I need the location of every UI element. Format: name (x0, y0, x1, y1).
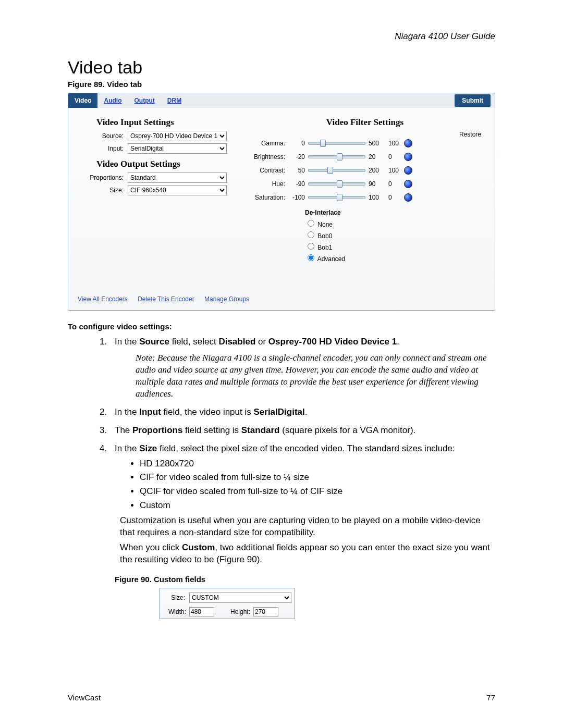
filter-value: 0 (384, 180, 401, 188)
submit-button[interactable]: Submit (455, 94, 491, 107)
restore-button[interactable] (404, 139, 412, 147)
restore-button[interactable] (404, 193, 412, 202)
filter-label: Contrast: (248, 167, 289, 174)
filter-label: Brightness: (248, 153, 289, 161)
list-item: QCIF for video scaled from full-size to … (140, 486, 495, 498)
input-select[interactable]: SerialDigital (128, 143, 227, 154)
filter-slider[interactable] (308, 196, 365, 199)
custom-height-label: Height: (227, 608, 253, 616)
custom-size-select[interactable]: CUSTOM (189, 593, 291, 603)
custom-height-input[interactable] (253, 607, 278, 616)
proportions-label: Proportions: (81, 174, 128, 181)
filter-label: Gamma: (248, 140, 289, 147)
panel-footer: View All Encoders Delete This Encoder Ma… (68, 290, 495, 310)
video-output-head: Video Output Settings (81, 159, 227, 169)
figure-89-caption: Figure 89. Video tab (68, 80, 495, 89)
filter-value: 100 (384, 167, 401, 174)
custom-size-label: Size: (163, 594, 189, 602)
filter-max: 20 (365, 153, 384, 161)
filter-slider[interactable] (308, 142, 365, 145)
filter-label: Hue: (248, 180, 289, 188)
filter-row: Saturation:-1001000 (248, 193, 482, 202)
filter-max: 90 (365, 180, 384, 188)
restore-button[interactable] (404, 166, 412, 175)
custom-para-1: Customization is useful when you are cap… (120, 515, 495, 539)
deinterlace-head: De-Interlace (305, 209, 482, 216)
list-item: HD 1280x720 (140, 458, 495, 470)
step-4: In the Size field, select the pixel size… (109, 443, 495, 620)
filter-slider[interactable] (308, 169, 365, 172)
deinterlace-option[interactable]: Bob1 (305, 241, 482, 251)
restore-button[interactable] (404, 180, 412, 188)
video-input-head: Video Input Settings (81, 117, 227, 128)
link-manage-groups[interactable]: Manage Groups (204, 295, 249, 303)
filter-min: -20 (289, 153, 308, 161)
restore-label: Restore (248, 131, 482, 138)
filter-max: 100 (365, 194, 384, 201)
doc-header: Niagara 4100 User Guide (68, 31, 495, 42)
custom-width-input[interactable] (189, 607, 214, 616)
filter-slider[interactable] (308, 155, 365, 158)
list-item: CIF for video scaled from full-size to ¼… (140, 472, 495, 484)
step-2: In the Input field, the video input is S… (109, 406, 495, 418)
deinterlace-option[interactable]: Advanced (305, 253, 482, 263)
filter-min: -100 (289, 194, 308, 201)
video-filter-head: Video Filter Settings (248, 117, 482, 128)
source-select[interactable]: Osprey-700 HD Video Device 1 (128, 131, 227, 141)
list-item: Custom (140, 500, 495, 512)
deinterlace-option[interactable]: None (305, 218, 482, 228)
filter-row: Contrast:50200100 (248, 166, 482, 175)
filter-row: Gamma:0500100 (248, 139, 482, 147)
tab-output[interactable]: Output (128, 93, 161, 108)
filter-min: 0 (289, 140, 308, 147)
input-label: Input: (81, 145, 128, 152)
restore-button[interactable] (404, 153, 412, 161)
filter-value: 0 (384, 194, 401, 201)
custom-fields-panel: Size: CUSTOM Width: Height: (160, 588, 295, 619)
size-select[interactable]: CIF 960x540 (128, 185, 227, 195)
filter-slider[interactable] (308, 182, 365, 186)
link-delete-this-encoder[interactable]: Delete This Encoder (138, 295, 194, 303)
filter-row: Brightness:-20200 (248, 153, 482, 161)
step-1-note: Note: Because the Niagara 4100 is a sing… (136, 352, 495, 400)
source-label: Source: (81, 132, 128, 140)
page-title: Video tab (68, 57, 495, 78)
filter-max: 500 (365, 140, 384, 147)
deinterlace-option[interactable]: Bob0 (305, 230, 482, 240)
step-3: The Proportions field setting is Standar… (109, 425, 495, 437)
filter-value: 0 (384, 153, 401, 161)
filter-value: 100 (384, 140, 401, 147)
video-tab-panel: Video Audio Output DRM Submit Video Inpu… (68, 93, 495, 311)
tab-drm[interactable]: DRM (161, 93, 188, 108)
link-view-all-encoders[interactable]: View All Encoders (78, 295, 128, 303)
filter-min: -90 (289, 180, 308, 188)
filter-min: 50 (289, 167, 308, 174)
footer-page-number: 77 (486, 693, 495, 702)
filter-label: Saturation: (248, 194, 289, 201)
filter-max: 200 (365, 167, 384, 174)
custom-width-label: Width: (163, 608, 189, 616)
tab-video[interactable]: Video (68, 93, 97, 108)
tabs-row: Video Audio Output DRM Submit (68, 93, 495, 108)
footer-vendor: ViewCast (68, 693, 101, 702)
custom-para-2: When you click Custom, two additional fi… (120, 542, 495, 566)
proportions-select[interactable]: Standard (128, 172, 227, 183)
filter-row: Hue:-90900 (248, 180, 482, 188)
instructions-head: To configure video settings: (68, 322, 495, 331)
size-label: Size: (81, 187, 128, 194)
tab-audio[interactable]: Audio (97, 93, 128, 108)
step-1: In the Source field, select Disabled or … (109, 336, 495, 400)
figure-90-caption: Figure 90. Custom fields (115, 574, 495, 585)
